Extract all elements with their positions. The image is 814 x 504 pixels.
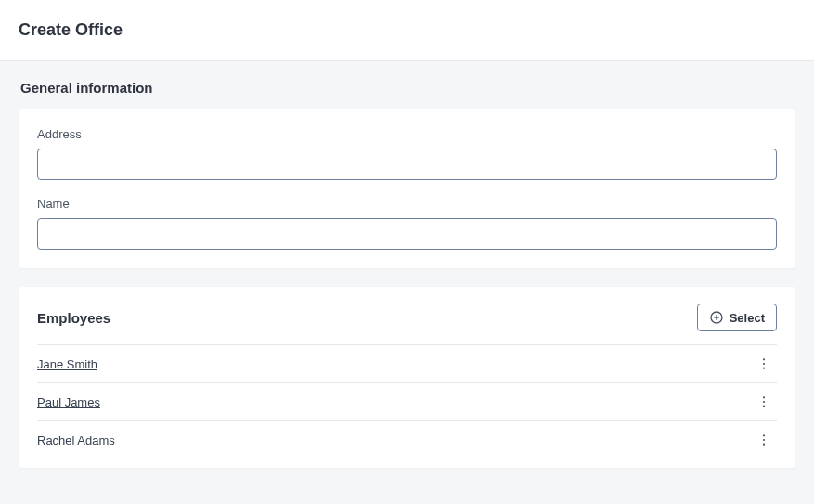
svg-point-8	[763, 406, 765, 407]
more-button[interactable]	[751, 391, 777, 413]
select-button-label: Select	[730, 311, 765, 325]
list-item: Jane Smith	[37, 344, 777, 382]
general-info-card: Address Name	[19, 109, 795, 268]
employees-card: Employees Select Jane Smith	[19, 287, 795, 468]
svg-point-3	[763, 358, 765, 360]
svg-point-4	[763, 363, 765, 365]
list-item: Paul James	[37, 382, 777, 420]
content-area: General information Address Name Employe…	[0, 61, 814, 486]
select-button[interactable]: Select	[697, 304, 777, 331]
more-vertical-icon	[756, 394, 771, 409]
svg-point-11	[763, 444, 765, 446]
address-label: Address	[37, 127, 777, 141]
general-section-title: General information	[20, 80, 795, 96]
employee-link[interactable]: Paul James	[37, 395, 100, 409]
page-header: Create Office	[0, 0, 814, 61]
svg-point-7	[763, 401, 765, 403]
more-vertical-icon	[756, 356, 771, 371]
svg-point-5	[763, 368, 765, 369]
page-title: Create Office	[19, 20, 795, 40]
more-button[interactable]	[751, 429, 777, 451]
name-input[interactable]	[37, 218, 777, 250]
svg-point-6	[763, 396, 765, 398]
employee-list: Jane Smith Paul James	[19, 344, 795, 468]
svg-point-10	[763, 439, 765, 441]
employees-section-title: Employees	[37, 310, 110, 326]
list-item: Rachel Adams	[37, 420, 777, 459]
more-vertical-icon	[756, 433, 771, 447]
svg-point-9	[763, 434, 765, 436]
more-button[interactable]	[751, 353, 777, 375]
name-field: Name	[37, 197, 777, 250]
address-field: Address	[37, 127, 777, 180]
plus-circle-icon	[709, 310, 724, 325]
name-label: Name	[37, 197, 777, 211]
employee-link[interactable]: Jane Smith	[37, 357, 97, 371]
employees-header: Employees Select	[19, 287, 795, 344]
address-input[interactable]	[37, 149, 777, 180]
employee-link[interactable]: Rachel Adams	[37, 433, 115, 447]
